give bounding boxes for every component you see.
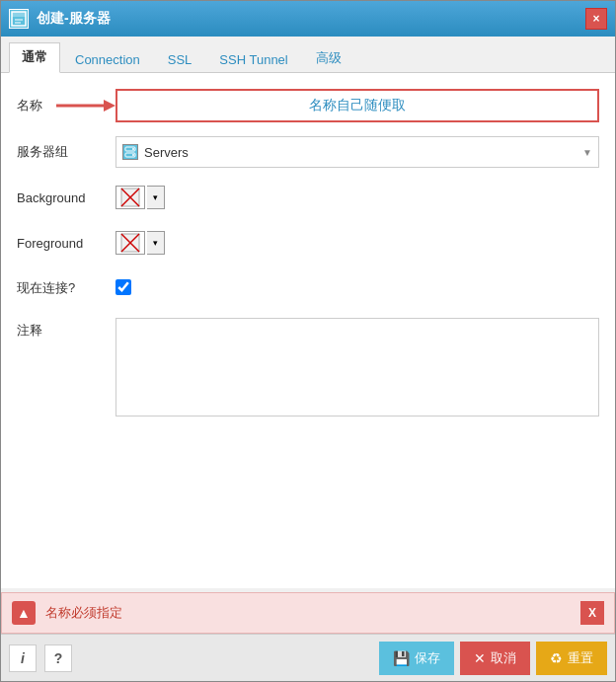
- reset-icon: ♻: [550, 650, 563, 666]
- name-control: [116, 89, 599, 122]
- tab-advanced[interactable]: 高级: [303, 43, 354, 72]
- foreground-control: ▾: [116, 231, 599, 255]
- connect-checkbox[interactable]: [116, 279, 131, 295]
- reset-button[interactable]: ♻ 重置: [536, 642, 607, 675]
- name-row: 名称: [17, 89, 599, 122]
- server-group-text: Servers: [144, 145, 189, 160]
- tab-connection[interactable]: Connection: [62, 46, 153, 72]
- tab-bar: 通常 Connection SSL SSH Tunnel 高级: [1, 37, 615, 73]
- notes-row: 注释: [17, 318, 599, 419]
- server-group-value-display: Servers: [122, 144, 189, 160]
- connect-label: 现在连接?: [17, 279, 116, 297]
- server-group-label: 服务器组: [17, 143, 116, 161]
- foreground-row: Foreground ▾: [17, 227, 599, 259]
- title-bar: 创建-服务器 ×: [1, 1, 615, 37]
- foreground-color-dropdown[interactable]: ▾: [147, 231, 165, 255]
- error-message: 名称必须指定: [45, 604, 571, 622]
- server-group-dropdown-arrow: ▼: [582, 147, 592, 158]
- bottom-bar: i ? 💾 保存 ✕ 取消 ♻ 重置: [1, 634, 615, 681]
- window-title: 创建-服务器: [37, 10, 111, 28]
- window-close-button[interactable]: ×: [585, 8, 607, 30]
- svg-rect-1: [12, 12, 26, 17]
- notes-textarea[interactable]: [116, 318, 599, 417]
- svg-point-8: [132, 148, 134, 150]
- bottom-bar-right: 💾 保存 ✕ 取消 ♻ 重置: [379, 642, 607, 675]
- foreground-label: Foreground: [17, 236, 116, 251]
- server-group-row: 服务器组 Servers ▼: [17, 136, 599, 168]
- tab-ssl[interactable]: SSL: [155, 46, 205, 72]
- server-group-select[interactable]: Servers ▼: [116, 136, 599, 168]
- tab-general[interactable]: 通常: [9, 42, 60, 73]
- tab-content: 名称 服务器组: [1, 73, 615, 588]
- foreground-color-picker: ▾: [116, 231, 599, 255]
- error-bar: ▲ 名称必须指定 X: [1, 592, 615, 634]
- server-group-control: Servers ▼: [116, 136, 599, 168]
- tab-ssh-tunnel[interactable]: SSH Tunnel: [206, 46, 300, 72]
- info-button[interactable]: i: [9, 644, 37, 672]
- background-color-box[interactable]: [116, 186, 145, 209]
- background-label: Background: [17, 190, 116, 205]
- reset-label: 重置: [568, 649, 593, 667]
- background-row: Background ▾: [17, 182, 599, 213]
- no-color-icon: [120, 233, 140, 253]
- cancel-button[interactable]: ✕ 取消: [460, 642, 530, 675]
- save-button[interactable]: 💾 保存: [379, 642, 454, 675]
- foreground-color-box[interactable]: [116, 231, 145, 255]
- name-input[interactable]: [116, 89, 599, 122]
- window-icon: [9, 9, 29, 29]
- background-control: ▾: [116, 186, 599, 209]
- notes-control: [116, 318, 599, 419]
- svg-marker-5: [104, 100, 116, 112]
- save-label: 保存: [415, 649, 440, 667]
- notes-label: 注释: [17, 318, 116, 340]
- no-color-icon: [120, 188, 140, 207]
- connect-control: [116, 279, 599, 298]
- title-bar-left: 创建-服务器: [9, 9, 111, 29]
- server-group-icon: [122, 144, 138, 160]
- background-color-dropdown[interactable]: ▾: [147, 186, 165, 209]
- bottom-bar-left: i ?: [9, 644, 72, 672]
- cancel-label: 取消: [491, 649, 516, 667]
- main-window: 创建-服务器 × 通常 Connection SSL SSH Tunnel 高级…: [0, 0, 616, 682]
- content-spacer: [17, 433, 599, 572]
- save-icon: 💾: [393, 650, 410, 666]
- connect-now-row: 现在连接?: [17, 272, 599, 304]
- error-icon: ▲: [12, 601, 36, 625]
- help-button[interactable]: ?: [44, 644, 72, 672]
- error-close-button[interactable]: X: [580, 601, 604, 625]
- cancel-icon: ✕: [474, 650, 486, 666]
- red-arrow-icon: [56, 96, 116, 115]
- background-color-picker: ▾: [116, 186, 599, 209]
- svg-point-9: [132, 154, 134, 156]
